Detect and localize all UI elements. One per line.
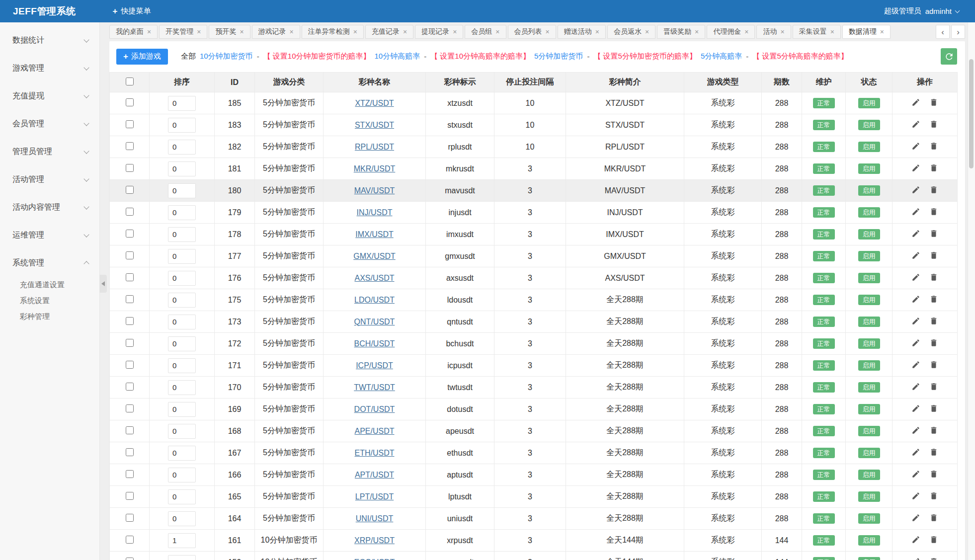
- sort-input[interactable]: [168, 140, 196, 155]
- status-badge[interactable]: 启用: [858, 295, 880, 305]
- tab-close-icon[interactable]: ×: [830, 28, 834, 35]
- filter-link[interactable]: -: [587, 52, 589, 61]
- tabs-scroll-right-button[interactable]: ›: [951, 25, 965, 39]
- maintain-badge[interactable]: 正常: [813, 470, 835, 480]
- maintain-badge[interactable]: 正常: [813, 98, 835, 108]
- delete-button[interactable]: [929, 557, 938, 560]
- quick-menu-button[interactable]: + 快捷菜单: [106, 0, 157, 22]
- edit-button[interactable]: [911, 207, 920, 218]
- row-checkbox[interactable]: [126, 558, 134, 560]
- status-badge[interactable]: 启用: [858, 207, 880, 218]
- maintain-badge[interactable]: 正常: [813, 360, 835, 371]
- filter-link[interactable]: -: [746, 52, 748, 61]
- sort-input[interactable]: [168, 227, 196, 242]
- sort-input[interactable]: [168, 424, 196, 439]
- game-name-link[interactable]: APE/USDT: [354, 427, 394, 435]
- game-name-link[interactable]: STX/USDT: [355, 121, 394, 129]
- game-name-link[interactable]: ICP/USDT: [356, 361, 393, 370]
- game-name-link[interactable]: INJ/USDT: [357, 208, 393, 217]
- tab-close-icon[interactable]: ×: [645, 28, 649, 35]
- tabs-scroll-left-button[interactable]: ‹: [936, 25, 950, 39]
- sort-input[interactable]: [168, 533, 196, 548]
- tab-close-icon[interactable]: ×: [197, 28, 201, 35]
- filter-link[interactable]: -: [257, 52, 259, 61]
- row-checkbox[interactable]: [126, 361, 134, 369]
- sidebar-item[interactable]: 管理员管理: [0, 138, 99, 165]
- game-name-link[interactable]: RPL/USDT: [355, 143, 394, 151]
- game-name-link[interactable]: DOT/USDT: [354, 405, 395, 413]
- game-name-link[interactable]: IMX/USDT: [355, 230, 393, 239]
- filter-link[interactable]: 5分钟加密货币: [534, 52, 583, 61]
- status-badge[interactable]: 启用: [858, 448, 880, 458]
- edit-button[interactable]: [911, 251, 920, 261]
- tab-close-icon[interactable]: ×: [290, 28, 294, 35]
- game-name-link[interactable]: MKR/USDT: [354, 164, 396, 173]
- tab-close-icon[interactable]: ×: [780, 28, 784, 35]
- select-all-checkbox[interactable]: [126, 78, 134, 85]
- game-name-link[interactable]: EOS/USDT: [354, 558, 395, 560]
- edit-button[interactable]: [911, 448, 920, 458]
- sort-input[interactable]: [168, 293, 196, 308]
- sort-input[interactable]: [168, 183, 196, 198]
- filter-link[interactable]: 5分钟高赔率: [701, 52, 742, 61]
- delete-button[interactable]: [929, 295, 938, 305]
- tab[interactable]: 提现记录 ×: [415, 25, 463, 39]
- tab[interactable]: 注单异常检测 ×: [302, 25, 364, 39]
- status-badge[interactable]: 启用: [858, 98, 880, 108]
- status-badge[interactable]: 启用: [858, 382, 880, 393]
- delete-button[interactable]: [929, 185, 938, 196]
- edit-button[interactable]: [911, 120, 920, 130]
- game-name-link[interactable]: XRP/USDT: [354, 536, 395, 545]
- sort-input[interactable]: [168, 96, 196, 111]
- maintain-badge[interactable]: 正常: [813, 120, 835, 130]
- sort-input[interactable]: [168, 446, 196, 461]
- sidebar-item[interactable]: 数据统计: [0, 26, 99, 54]
- edit-button[interactable]: [911, 98, 920, 108]
- row-checkbox[interactable]: [126, 404, 134, 412]
- edit-button[interactable]: [911, 360, 920, 371]
- refresh-button[interactable]: [941, 48, 957, 65]
- maintain-badge[interactable]: 正常: [813, 251, 835, 261]
- filter-link[interactable]: 【 设置5分钟加密货币的赔率】: [593, 52, 697, 61]
- row-checkbox[interactable]: [126, 120, 134, 128]
- filter-link[interactable]: 全部: [181, 52, 196, 61]
- edit-button[interactable]: [911, 513, 920, 524]
- game-name-link[interactable]: QNT/USDT: [354, 318, 395, 326]
- delete-button[interactable]: [929, 448, 938, 458]
- edit-button[interactable]: [911, 185, 920, 196]
- edit-button[interactable]: [911, 491, 920, 502]
- status-badge[interactable]: 启用: [858, 404, 880, 414]
- tab[interactable]: 我的桌面 ×: [109, 25, 158, 39]
- user-menu[interactable]: 超级管理员 adminht: [880, 0, 963, 22]
- edit-button[interactable]: [911, 142, 920, 152]
- row-checkbox[interactable]: [126, 186, 134, 194]
- delete-button[interactable]: [929, 470, 938, 480]
- edit-button[interactable]: [911, 557, 920, 560]
- row-checkbox[interactable]: [126, 251, 134, 259]
- delete-button[interactable]: [929, 163, 938, 174]
- tab[interactable]: 会员返水 ×: [607, 25, 655, 39]
- edit-button[interactable]: [911, 470, 920, 480]
- sort-input[interactable]: [168, 380, 196, 395]
- game-name-link[interactable]: GMX/USDT: [353, 252, 395, 260]
- delete-button[interactable]: [929, 535, 938, 546]
- edit-button[interactable]: [911, 535, 920, 546]
- tab-close-icon[interactable]: ×: [403, 28, 407, 35]
- delete-button[interactable]: [929, 273, 938, 283]
- tab-close-icon[interactable]: ×: [880, 28, 884, 35]
- tab-close-icon[interactable]: ×: [744, 28, 748, 35]
- tab-close-icon[interactable]: ×: [495, 28, 499, 35]
- game-name-link[interactable]: LPT/USDT: [355, 492, 394, 501]
- status-badge[interactable]: 启用: [858, 426, 880, 436]
- tab-close-icon[interactable]: ×: [546, 28, 550, 35]
- sort-input[interactable]: [168, 161, 196, 176]
- status-badge[interactable]: 启用: [858, 491, 880, 502]
- tab[interactable]: 游戏记录 ×: [252, 25, 300, 39]
- delete-button[interactable]: [929, 360, 938, 371]
- status-badge[interactable]: 启用: [858, 557, 880, 560]
- maintain-badge[interactable]: 正常: [813, 338, 835, 349]
- sort-input[interactable]: [168, 205, 196, 220]
- sort-input[interactable]: [168, 511, 196, 526]
- row-checkbox[interactable]: [126, 426, 134, 434]
- maintain-badge[interactable]: 正常: [813, 295, 835, 305]
